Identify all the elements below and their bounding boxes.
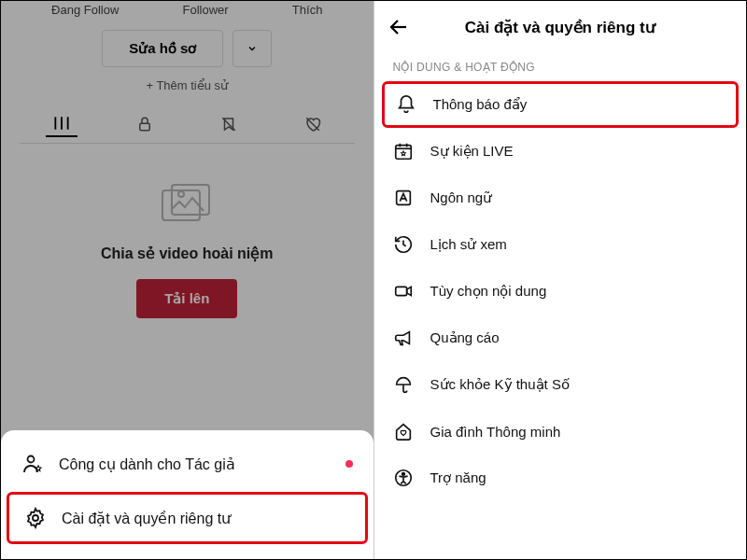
sheet-creator-label: Công cụ dành cho Tác giả (59, 455, 235, 473)
setting-history-label: Lịch sử xem (430, 236, 507, 253)
bottom-sheet: Công cụ dành cho Tác giả Cài đặt và quyề… (1, 430, 374, 559)
settings-screen: Cài đặt và quyền riêng tư NỘI DUNG & HOẠ… (374, 1, 747, 559)
setting-live-label: Sự kiện LIVE (430, 143, 514, 160)
setting-accessibility-label: Trợ năng (430, 469, 486, 486)
profile-screen: Đang Follow Follower Thích Sửa hồ sơ + T… (1, 1, 374, 559)
setting-language-label: Ngôn ngữ (430, 189, 493, 206)
settings-header: Cài đặt và quyền riêng tư (374, 1, 747, 57)
video-icon (393, 281, 414, 301)
setting-content-label: Tùy chọn nội dung (430, 283, 547, 300)
calendar-star-icon (393, 141, 414, 161)
sheet-settings-label: Cài đặt và quyền riêng tư (62, 510, 231, 527)
megaphone-icon (393, 328, 414, 348)
setting-family-pairing[interactable]: Gia đình Thông minh (374, 408, 747, 455)
sheet-settings[interactable]: Cài đặt và quyền riêng tư (7, 492, 368, 544)
setting-push-notifications[interactable]: Thông báo đẩy (382, 81, 740, 128)
home-heart-icon (393, 421, 414, 441)
setting-watch-history[interactable]: Lịch sử xem (374, 221, 747, 268)
history-icon (393, 234, 414, 255)
sheet-creator-tools[interactable]: Công cụ dành cho Tác giả (1, 438, 374, 490)
setting-ads-label: Quảng cáo (430, 329, 500, 346)
settings-title: Cài đặt và quyền riêng tư (386, 18, 736, 37)
accessibility-icon (393, 468, 414, 488)
setting-ads[interactable]: Quảng cáo (374, 315, 747, 361)
notification-dot (345, 460, 353, 468)
svg-rect-17 (395, 287, 406, 295)
setting-wellbeing-label: Sức khỏe Kỹ thuật Số (430, 376, 570, 393)
setting-live-events[interactable]: Sự kiện LIVE (374, 128, 747, 175)
setting-digital-wellbeing[interactable]: Sức khỏe Kỹ thuật Số (374, 361, 747, 408)
setting-language[interactable]: Ngôn ngữ (374, 175, 747, 221)
language-icon (393, 188, 414, 208)
setting-accessibility[interactable]: Trợ năng (374, 455, 747, 501)
svg-point-10 (33, 515, 38, 521)
setting-family-label: Gia đình Thông minh (430, 424, 561, 440)
umbrella-icon (393, 374, 414, 395)
setting-content-preferences[interactable]: Tùy chọn nội dung (374, 268, 747, 315)
person-star-icon (21, 453, 44, 475)
bell-icon (396, 94, 416, 115)
svg-point-9 (28, 456, 35, 463)
section-header: NỘI DUNG & HOẠT ĐỘNG (374, 57, 747, 81)
setting-push-label: Thông báo đẩy (433, 96, 528, 113)
gear-icon (24, 507, 47, 529)
svg-point-19 (402, 473, 404, 476)
